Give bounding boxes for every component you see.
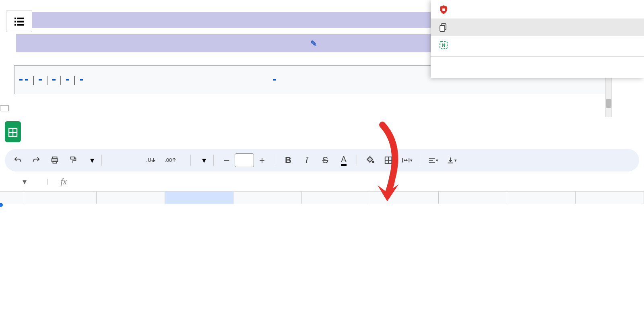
- currency-button[interactable]: [109, 155, 120, 166]
- sheets-logo[interactable]: [4, 120, 22, 143]
- scrollbar-thumb[interactable]: [606, 99, 611, 108]
- svg-point-21: [372, 161, 374, 163]
- category-link-0[interactable]: [25, 79, 28, 81]
- separator: |: [44, 70, 50, 89]
- sheets-header: [0, 117, 644, 145]
- col-header-B[interactable]: [97, 192, 165, 204]
- pipe-divider: |: [47, 178, 48, 185]
- shield-icon: [438, 4, 449, 15]
- svg-rect-1: [17, 17, 24, 19]
- chevron-down-icon: ▾: [410, 158, 413, 163]
- svg-rect-2: [14, 21, 16, 22]
- context-menu: N: [431, 0, 644, 78]
- namebox-row: ▾ | fx: [0, 172, 644, 192]
- svg-rect-6: [442, 8, 445, 11]
- cell-selection: [0, 204, 2, 206]
- nimbus-screenshot-item[interactable]: N: [431, 36, 644, 54]
- title-area: [29, 131, 640, 132]
- decrease-font-button[interactable]: −: [221, 155, 232, 166]
- col-header-G[interactable]: [439, 192, 507, 204]
- copy-icon: [438, 22, 449, 33]
- toolbar-divider: [275, 155, 275, 166]
- merge-cells-button[interactable]: ▾: [401, 155, 413, 166]
- font-size-control: − +: [221, 153, 268, 167]
- increase-decimal-button[interactable]: .00: [165, 155, 176, 166]
- increase-font-button[interactable]: +: [256, 155, 268, 166]
- formula-bar[interactable]: [72, 177, 638, 186]
- svg-rect-5: [17, 24, 24, 25]
- toolbar: ▾ .0 .00 ▾ − + B I S A ▾ ▾ ▾: [5, 149, 639, 172]
- url-tooltip: [0, 105, 9, 111]
- svg-rect-17: [53, 161, 56, 163]
- copy-selected-links-item[interactable]: [431, 19, 644, 36]
- undo-button[interactable]: [12, 155, 23, 166]
- percent-button[interactable]: [128, 155, 139, 166]
- col-header-H[interactable]: [507, 192, 576, 204]
- category-link-3[interactable]: [66, 79, 69, 81]
- svg-rect-4: [14, 24, 16, 25]
- col-header-F[interactable]: [370, 192, 439, 204]
- vertical-align-button[interactable]: ▾: [446, 155, 457, 166]
- edit-pencil-icon[interactable]: ✎: [310, 39, 317, 48]
- font-size-input[interactable]: [235, 153, 254, 167]
- svg-rect-0: [14, 17, 16, 19]
- print-button[interactable]: [49, 155, 60, 166]
- decrease-decimal-button[interactable]: .0: [146, 155, 157, 166]
- select-all-corner[interactable]: [0, 192, 24, 204]
- separator: |: [72, 70, 77, 89]
- fx-icon: fx: [60, 176, 67, 187]
- chevron-down-icon: ▾: [454, 158, 457, 163]
- toolbar-divider: [420, 155, 420, 166]
- category-link-1[interactable]: [39, 79, 42, 81]
- svg-rect-8: [440, 25, 445, 31]
- vertical-scrollbar[interactable]: [605, 70, 612, 119]
- redo-button[interactable]: [31, 155, 42, 166]
- list-icon: [13, 15, 26, 28]
- horizontal-align-button[interactable]: ▾: [427, 155, 439, 166]
- nimbus-icon: N: [438, 39, 449, 51]
- chevron-down-icon: ▾: [90, 155, 94, 165]
- svg-text:.0: .0: [146, 156, 151, 163]
- svg-rect-18: [71, 157, 74, 159]
- categories-label: [19, 79, 23, 81]
- menu-separator: [431, 56, 644, 57]
- col-header-D[interactable]: [233, 192, 302, 204]
- column-headers: [0, 192, 644, 204]
- chevron-down-icon: ▾: [23, 177, 27, 186]
- svg-rect-3: [17, 21, 24, 22]
- col-header-I[interactable]: [576, 192, 644, 204]
- col-header-C[interactable]: [165, 192, 233, 204]
- separator: |: [31, 70, 36, 89]
- col-header-A[interactable]: [24, 192, 97, 204]
- adblocker-ultimate-item[interactable]: [431, 1, 644, 19]
- col-header-E[interactable]: [302, 192, 370, 204]
- vte-link[interactable]: [36, 16, 39, 18]
- category-link-2[interactable]: [52, 79, 56, 81]
- separator: |: [58, 70, 64, 89]
- italic-button[interactable]: I: [301, 155, 312, 166]
- chevron-down-icon: ▾: [202, 155, 206, 165]
- spreadsheet-grid: [0, 192, 644, 204]
- toolbar-divider: [101, 155, 102, 166]
- inspect-item[interactable]: [431, 59, 644, 77]
- toolbar-divider: [190, 155, 191, 166]
- toc-button[interactable]: [6, 10, 32, 32]
- name-box[interactable]: ▾: [6, 177, 47, 186]
- toolbar-divider: [357, 155, 357, 166]
- category-link-5[interactable]: [273, 79, 276, 81]
- bold-button[interactable]: B: [283, 155, 294, 166]
- strikethrough-button[interactable]: S: [320, 155, 331, 166]
- font-select[interactable]: ▾: [198, 155, 206, 165]
- fill-color-button[interactable]: [364, 155, 376, 166]
- svg-text:N: N: [442, 43, 445, 48]
- text-color-button[interactable]: A: [338, 155, 349, 166]
- toolbar-divider: [213, 155, 214, 166]
- chevron-down-icon: ▾: [436, 158, 438, 163]
- zoom-select[interactable]: ▾: [86, 155, 94, 165]
- svg-text:.00: .00: [165, 157, 172, 163]
- empty-icon: [438, 62, 449, 74]
- category-link-4[interactable]: [80, 79, 83, 81]
- paint-format-button[interactable]: [68, 155, 79, 166]
- sheets-app: ▾ .0 .00 ▾ − + B I S A ▾ ▾ ▾ ▾ | f: [0, 117, 644, 310]
- borders-button[interactable]: [383, 155, 394, 166]
